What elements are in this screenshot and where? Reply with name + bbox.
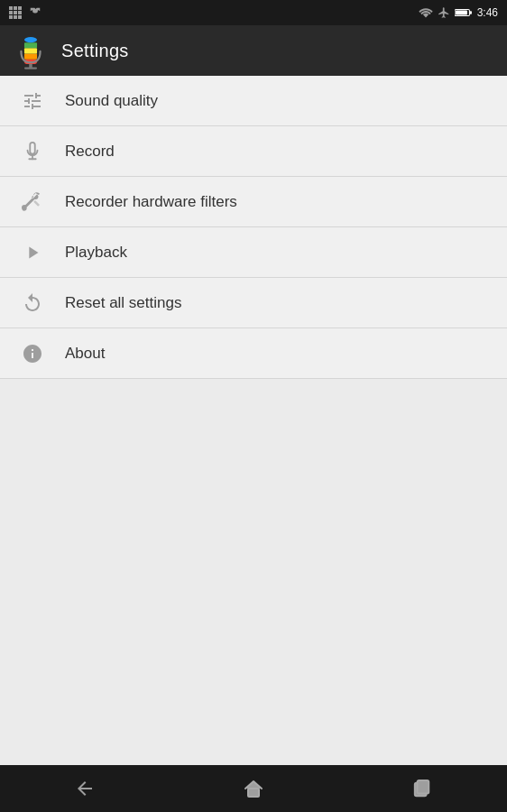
svg-rect-7 xyxy=(14,15,17,19)
about-label: About xyxy=(65,345,105,363)
svg-rect-1 xyxy=(14,6,17,10)
app-bar: Settings xyxy=(0,25,507,76)
settings-content: Sound quality Record Recor xyxy=(0,76,507,765)
settings-list: Sound quality Record Recor xyxy=(0,76,507,379)
battery-icon xyxy=(455,7,473,18)
settings-item-about[interactable]: About xyxy=(0,328,507,379)
play-icon xyxy=(18,238,47,267)
svg-rect-23 xyxy=(418,780,429,794)
svg-rect-13 xyxy=(24,54,37,60)
settings-item-playback[interactable]: Playback xyxy=(0,227,507,278)
app-title: Settings xyxy=(61,41,129,61)
svg-rect-0 xyxy=(9,6,13,10)
bottom-nav xyxy=(0,765,507,812)
status-bar-right: 3:46 xyxy=(419,6,498,19)
settings-item-record[interactable]: Record xyxy=(0,126,507,177)
wifi-icon xyxy=(419,7,433,18)
svg-rect-4 xyxy=(14,11,17,14)
svg-rect-5 xyxy=(18,11,22,14)
settings-item-sound-quality[interactable]: Sound quality xyxy=(0,76,507,126)
back-button[interactable] xyxy=(58,770,112,807)
settings-item-reset[interactable]: Reset all settings xyxy=(0,278,507,328)
svg-rect-6 xyxy=(9,15,13,19)
airplane-icon xyxy=(438,6,450,19)
status-bar: 3:46 xyxy=(0,0,507,25)
svg-rect-11 xyxy=(469,11,471,14)
recorder-hardware-filters-label: Recorder hardware filters xyxy=(65,193,237,211)
wrench-icon xyxy=(18,188,47,217)
svg-rect-14 xyxy=(24,48,37,53)
recents-button[interactable] xyxy=(395,770,449,807)
svg-rect-15 xyxy=(24,42,37,48)
equalizer-icon xyxy=(18,87,47,115)
svg-rect-16 xyxy=(24,37,37,42)
status-bar-left xyxy=(9,6,41,19)
time-display: 3:46 xyxy=(477,6,498,19)
settings-item-recorder-hardware-filters[interactable]: Recorder hardware filters xyxy=(0,177,507,227)
svg-rect-3 xyxy=(9,11,13,14)
svg-rect-10 xyxy=(456,11,467,15)
svg-rect-8 xyxy=(18,15,22,19)
grid-icon xyxy=(9,6,22,19)
info-icon xyxy=(18,339,47,368)
reset-label: Reset all settings xyxy=(65,294,181,312)
svg-rect-21 xyxy=(248,789,259,797)
record-label: Record xyxy=(65,143,115,161)
reset-icon xyxy=(18,289,47,318)
playback-label: Playback xyxy=(65,244,127,262)
svg-rect-2 xyxy=(18,6,22,10)
recorder-icon xyxy=(29,6,41,19)
microphone-icon xyxy=(18,137,47,166)
app-logo xyxy=(14,31,47,70)
home-button[interactable] xyxy=(226,770,281,807)
svg-rect-18 xyxy=(24,67,37,69)
sound-quality-label: Sound quality xyxy=(65,92,158,110)
